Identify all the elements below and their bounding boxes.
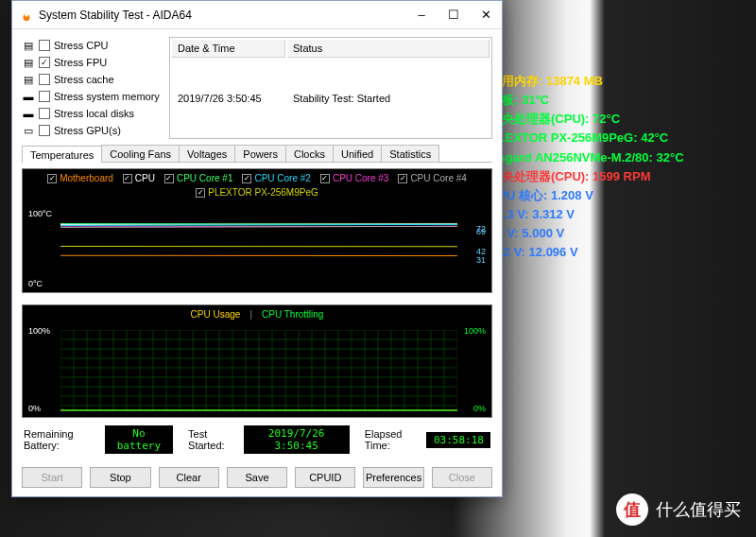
log-row[interactable]: 2019/7/26 3:50:45 Stability Test: Starte…: [172, 60, 490, 136]
legend-label: PLEXTOR PX-256M9PeG: [208, 187, 318, 198]
smzdm-badge-icon: 值: [616, 494, 648, 526]
checkbox[interactable]: ✓: [39, 57, 50, 68]
legend-label: CPU Throttling: [262, 309, 323, 320]
checkbox[interactable]: [39, 40, 50, 51]
stress-label: Stress system memory: [54, 91, 160, 102]
button-row: StartStopClearSaveCPUIDPreferencesClose: [22, 461, 492, 490]
legend-item[interactable]: ✓PLEXTOR PX-256M9PeG: [196, 187, 318, 198]
temp-axis-max: 100°C: [28, 209, 52, 218]
legend-label: Motherboard: [60, 173, 113, 183]
device-icon: ▤: [22, 57, 35, 68]
overlay-line: 主板: 31°C: [490, 91, 747, 110]
usage-legend: CPU Usage|CPU Throttling: [23, 305, 491, 323]
usage-graph: CPU Usage|CPU Throttling 100% 0% 100% 0%: [22, 304, 492, 418]
start-button: Start: [22, 467, 82, 488]
legend-checkbox[interactable]: ✓: [164, 174, 174, 183]
battery-value: No battery: [105, 425, 173, 454]
checkbox[interactable]: [39, 125, 50, 136]
device-icon: ▭: [22, 125, 35, 136]
stop-button[interactable]: Stop: [90, 467, 150, 488]
stress-option[interactable]: ▤Stress CPU: [22, 37, 162, 54]
legend-label: CPU Core #3: [333, 173, 388, 183]
maximize-button[interactable]: ☐: [438, 2, 470, 28]
overlay-line: +5 V: 5.000 V: [490, 224, 747, 243]
device-icon: ▬: [22, 108, 35, 119]
clear-button[interactable]: Clear: [159, 467, 219, 488]
overlay-line: PLEXTOR PX-256M9PeG: 42°C: [490, 129, 747, 147]
stress-label: Stress CPU: [54, 40, 108, 51]
tab-unified[interactable]: Unified: [333, 145, 382, 162]
close-window-button[interactable]: ✕: [470, 2, 502, 28]
legend-label: CPU Core #4: [410, 173, 466, 183]
smzdm-watermark: 值 什么值得买: [616, 494, 741, 526]
graph-tabs: TemperaturesCooling FansVoltagesPowersCl…: [22, 145, 492, 163]
started-label: Test Started:: [188, 428, 238, 451]
usage-plot: [60, 330, 457, 411]
stress-option[interactable]: ▬Stress local disks: [22, 105, 162, 122]
status-log-table: Date & Time Status 2019/7/26 3:50:45 Sta…: [169, 37, 492, 139]
stress-label: Stress FPU: [54, 57, 107, 68]
legend-checkbox[interactable]: ✓: [320, 174, 330, 183]
legend-item[interactable]: ✓CPU Core #4: [398, 173, 466, 183]
titlebar[interactable]: System Stability Test - AIDA64 – ☐ ✕: [12, 1, 502, 29]
legend-label: CPU Usage: [191, 309, 241, 320]
usage-axis-lmin: 0%: [28, 404, 41, 413]
legend-checkbox[interactable]: ✓: [242, 174, 251, 183]
log-header-datetime[interactable]: Date & Time: [172, 40, 285, 58]
temp-marker: 31: [476, 255, 486, 265]
battery-label: Remaining Battery:: [24, 428, 99, 451]
legend-item[interactable]: ✓CPU Core #2: [242, 173, 310, 183]
tab-statistics[interactable]: Statistics: [381, 145, 439, 162]
elapsed-label: Elapsed Time:: [365, 428, 421, 451]
checkbox[interactable]: [39, 91, 50, 102]
overlay-line: 可用内存: 13874 MB: [490, 72, 747, 91]
preferences-button[interactable]: Preferences: [363, 467, 423, 488]
checkbox[interactable]: [39, 74, 50, 85]
minimize-button[interactable]: –: [405, 2, 438, 28]
save-button[interactable]: Save: [227, 467, 287, 488]
tab-powers[interactable]: Powers: [234, 145, 286, 162]
close-button: Close: [432, 467, 492, 488]
temp-marker: 69: [476, 227, 486, 236]
stress-option[interactable]: ▭Stress GPU(s): [22, 122, 162, 139]
window-title: System Stability Test - AIDA64: [39, 9, 405, 22]
legend-checkbox[interactable]: ✓: [123, 174, 132, 183]
log-header-status[interactable]: Status: [287, 40, 490, 58]
legend-item[interactable]: ✓CPU Core #1: [164, 173, 232, 183]
usage-axis-lmax: 100%: [28, 326, 50, 336]
overlay-line: +12 V: 12.096 V: [490, 243, 747, 262]
cpuid-button[interactable]: CPUID: [295, 467, 355, 488]
temperature-plot: [60, 203, 457, 279]
stress-option[interactable]: ▤✓Stress FPU: [22, 54, 162, 71]
app-icon: [20, 9, 33, 22]
stress-options: ▤Stress CPU▤✓Stress FPU▤Stress cache▬Str…: [22, 37, 162, 139]
legend-label: CPU Core #2: [254, 173, 310, 183]
legend-item[interactable]: ✓Motherboard: [47, 173, 113, 183]
stress-option[interactable]: ▬Stress system memory: [22, 88, 162, 105]
smzdm-text: 什么值得买: [656, 498, 741, 521]
legend-checkbox[interactable]: ✓: [47, 174, 57, 183]
elapsed-value: 03:58:18: [426, 432, 490, 448]
status-bar: Remaining Battery: No battery Test Start…: [22, 424, 492, 456]
stress-label: Stress cache: [54, 74, 114, 85]
usage-axis-rmin: 0%: [473, 404, 486, 413]
checkbox[interactable]: [39, 108, 50, 119]
started-value: 2019/7/26 3:50:45: [244, 425, 350, 454]
temp-axis-min: 0°C: [28, 279, 43, 288]
legend-checkbox[interactable]: ✓: [196, 188, 205, 198]
tab-clocks[interactable]: Clocks: [285, 145, 334, 162]
tab-voltages[interactable]: Voltages: [179, 145, 235, 162]
usage-axis-rmax: 100%: [464, 326, 486, 336]
legend-checkbox[interactable]: ✓: [398, 174, 407, 183]
stress-option[interactable]: ▤Stress cache: [22, 71, 162, 88]
temperature-legend: ✓Motherboard✓CPU✓CPU Core #1✓CPU Core #2…: [23, 169, 491, 201]
tab-temperatures[interactable]: Temperatures: [22, 146, 102, 163]
sensor-overlay: 可用内存: 13874 MB主板: 31°C中央处理器(CPU): 72°CPL…: [490, 72, 747, 262]
stress-label: Stress local disks: [54, 108, 134, 119]
legend-item[interactable]: ✓CPU: [123, 173, 155, 183]
legend-item[interactable]: ✓CPU Core #3: [320, 173, 388, 183]
legend-label: CPU Core #1: [177, 173, 232, 183]
tab-cooling-fans[interactable]: Cooling Fans: [101, 145, 180, 162]
overlay-line: 中央处理器(CPU): 1599 RPM: [490, 167, 747, 186]
overlay-line: CPU 核心: 1.208 V: [490, 186, 747, 205]
